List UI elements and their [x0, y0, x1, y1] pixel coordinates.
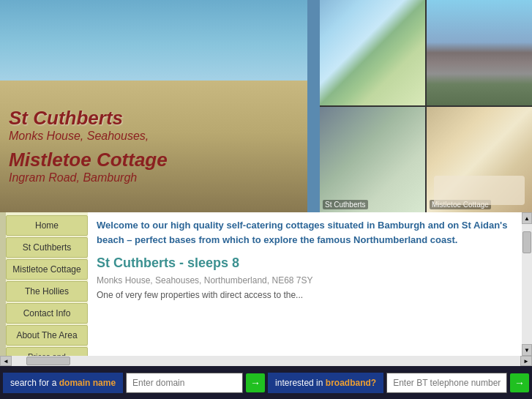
broadband-highlight: broadband?: [326, 378, 376, 388]
hero-area: St Cuthberts Monks House, Seahouses, Mis…: [0, 0, 532, 212]
phone-input[interactable]: [386, 373, 507, 393]
thumb-aerial: [320, 0, 425, 105]
content-row: Home St Cuthberts Mistletoe Cottage The …: [0, 212, 532, 356]
scroll-track: [522, 224, 532, 344]
nav-item-contact[interactable]: Contact Info: [6, 303, 88, 324]
scroll-down-btn[interactable]: ▼: [522, 344, 532, 356]
title-line2: Monks House, Seahouses,: [9, 130, 168, 143]
nav-item-st-cuthberts[interactable]: St Cuthberts: [6, 237, 88, 258]
search-domain-button[interactable]: search for a domain name: [3, 373, 123, 393]
bottom-scrollbar: ◄ ►: [0, 356, 532, 366]
left-strip: [0, 212, 6, 356]
nav-item-hollies[interactable]: The Hollies: [6, 281, 88, 302]
thumb-interior: Mistletoe Cottage: [427, 107, 532, 212]
phone-arrow-button[interactable]: →: [510, 373, 529, 392]
scroll-thumb[interactable]: [522, 231, 531, 253]
domain-arrow-button[interactable]: →: [246, 373, 265, 392]
hscroll-track: [12, 356, 520, 366]
welcome-text: Welcome to our high quality self-caterin…: [97, 218, 513, 247]
nav-item-mistletoe[interactable]: Mistletoe Cottage: [6, 259, 88, 280]
right-scrollbar: ▲ ▼: [522, 212, 532, 356]
broadband-label-text: interested in: [275, 378, 323, 388]
nav-item-home[interactable]: Home: [6, 215, 88, 236]
thumb1-label: St Cuthberts: [323, 200, 368, 209]
hscroll-right-btn[interactable]: ►: [520, 356, 532, 366]
hero-title-overlay: St Cuthberts Monks House, Seahouses, Mis…: [0, 101, 176, 190]
thumb3-label: Mistletoe Cottage: [430, 200, 491, 209]
thumb-st-cuthberts: St Cuthberts: [320, 107, 425, 212]
sky-bg: [0, 0, 307, 88]
property-title: St Cuthberts - sleeps 8: [97, 256, 513, 271]
broadband-button[interactable]: interested in broadband?: [268, 373, 383, 393]
main-layout: St Cuthberts Monks House, Seahouses, Mis…: [0, 0, 532, 366]
hero-thumbnails: St Cuthberts Mistletoe Cottage: [320, 0, 532, 212]
bottom-toolbar: search for a domain name → interested in…: [0, 366, 532, 399]
domain-input[interactable]: [126, 373, 243, 393]
title-line1: St Cuthberts: [9, 107, 168, 130]
property-address: Monks House, Seahouses, Northumberland, …: [97, 275, 513, 286]
thumb-castle: [427, 0, 532, 105]
nav-sidebar: Home St Cuthberts Mistletoe Cottage The …: [6, 212, 88, 356]
domain-highlight: domain name: [59, 378, 116, 388]
scroll-up-btn[interactable]: ▲: [522, 212, 532, 224]
hscroll-thumb[interactable]: [26, 357, 70, 365]
title-line4: Ingram Road, Bamburgh: [9, 171, 168, 184]
hscroll-left-btn[interactable]: ◄: [0, 356, 12, 366]
nav-item-about-area[interactable]: About The Area: [6, 325, 88, 346]
main-content-area: Welcome to our high quality self-caterin…: [88, 212, 522, 356]
property-desc: One of very few properties with direct a…: [97, 290, 513, 300]
nav-item-prices[interactable]: Prices and Availability: [6, 347, 88, 356]
search-label-text: search for a: [10, 378, 56, 388]
title-line3: Mistletoe Cottage: [9, 149, 168, 171]
